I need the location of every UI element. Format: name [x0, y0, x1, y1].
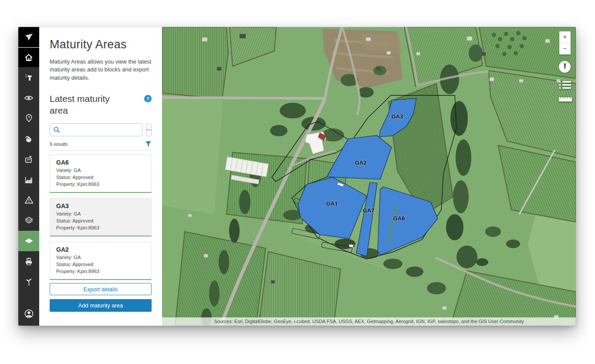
account-icon — [24, 308, 34, 319]
filter-icon[interactable] — [145, 141, 152, 147]
legend-list-icon — [558, 84, 571, 91]
measure-ruler-icon — [558, 96, 572, 104]
section-header: Latest maturity area ? — [50, 93, 152, 116]
layers-map-icon — [24, 216, 34, 226]
sidebar-item-crop[interactable] — [18, 272, 39, 292]
printer-icon — [24, 257, 34, 266]
results-count: 5 results — [50, 142, 68, 147]
sidebar-item-locations[interactable]: ? — [18, 108, 39, 128]
more-options-button[interactable]: ••• — [146, 124, 152, 136]
sidebar-item-alerts[interactable] — [18, 190, 39, 210]
list-item-ga6[interactable]: GA6 Variety: GA Status: Approved Propert… — [50, 155, 152, 193]
sidebar-item-maturity-chart[interactable] — [18, 169, 39, 190]
area-property: Property: Kpin:8963 — [56, 225, 145, 232]
sidebar-item-maturity-areas[interactable] — [18, 231, 39, 251]
zoom-out-button[interactable]: − — [559, 43, 571, 54]
sidebar: ? — [18, 27, 39, 326]
svg-text:?: ? — [27, 115, 30, 119]
area-status: Status: Approved — [56, 261, 145, 268]
map-attribution: Sources: Esri, DigitalGlobe, GeoEye, i-c… — [162, 317, 576, 326]
area-variety: Variety: GA — [56, 211, 145, 218]
page-title: Maturity Areas — [50, 37, 152, 52]
area-label-ga3: GA3 — [392, 113, 403, 120]
eye-icon — [24, 93, 34, 103]
area-name: GA2 — [56, 246, 145, 253]
area-label-ga6: GA6 — [393, 215, 405, 222]
results-row: 5 results — [50, 141, 152, 151]
satellite-imagery: GA3 GA2 GA1 GA7 GA6 — [162, 27, 576, 326]
sidebar-item-spray[interactable] — [18, 67, 39, 88]
area-status: Status: Approved — [56, 218, 145, 225]
logo-icon — [24, 32, 34, 42]
sidebar-item-account[interactable] — [18, 303, 39, 324]
sidebar-item-monitoring[interactable] — [18, 88, 39, 108]
sprout-icon — [24, 277, 34, 286]
sidebar-item-export-print[interactable] — [18, 251, 39, 272]
page-description: Maturity Areas allows you view the lates… — [50, 58, 152, 82]
sidebar-item-blocks[interactable] — [18, 149, 39, 169]
zoom-in-button[interactable]: + — [559, 31, 571, 43]
map-view[interactable]: GA3 GA2 GA1 GA7 GA6 + − — [162, 27, 576, 326]
area-name: GA6 — [56, 159, 145, 166]
compass-control[interactable] — [559, 61, 571, 73]
area-property: Property: Kpin:8963 — [56, 268, 145, 275]
app-logo — [18, 27, 39, 48]
compass-icon — [561, 62, 568, 72]
blocks-flag-icon — [24, 155, 34, 164]
list-item-ga2[interactable]: GA2 Variety: GA Status: Approved Propert… — [50, 242, 152, 280]
maturity-area-icon — [24, 236, 34, 246]
spray-icon — [24, 73, 34, 82]
section-title: Latest maturity area — [50, 93, 128, 116]
help-icon[interactable]: ? — [144, 95, 152, 102]
home-icon — [24, 53, 34, 62]
sidebar-item-home[interactable] — [18, 48, 39, 67]
area-label-ga1: GA1 — [326, 200, 338, 207]
area-property: Property: Kpin:8963 — [56, 181, 145, 188]
search-icon — [53, 126, 60, 133]
list-item-ga3[interactable]: GA3 Variety: GA Status: Approved Propert… — [50, 198, 152, 236]
sidebar-item-fruit[interactable] — [18, 128, 39, 149]
zoom-control: + − — [559, 31, 571, 54]
search-row: ••• — [50, 123, 152, 136]
app-window: ? — [18, 27, 576, 326]
sidebar-item-map-layers[interactable] — [18, 210, 39, 231]
maturity-panel: Maturity Areas Maturity Areas allows you… — [39, 27, 162, 326]
measure-control[interactable] — [558, 95, 572, 104]
search-input[interactable] — [62, 127, 139, 133]
results-list: GA6 Variety: GA Status: Approved Propert… — [50, 155, 152, 280]
add-maturity-area-button[interactable]: Add maturity area — [50, 299, 152, 312]
area-variety: Variety: GA — [56, 167, 145, 174]
warning-icon — [24, 195, 34, 205]
area-variety: Variety: GA — [56, 254, 145, 261]
export-details-button[interactable]: Export details — [50, 283, 152, 295]
search-box[interactable] — [50, 123, 142, 136]
area-label-ga7: GA7 — [363, 207, 375, 214]
kiwifruit-icon — [24, 134, 34, 144]
area-label-ga2: GA2 — [355, 159, 367, 166]
legend-control[interactable] — [558, 80, 571, 91]
pin-question-icon: ? — [24, 113, 34, 123]
area-status: Status: Approved — [56, 174, 145, 181]
panel-spacer — [50, 280, 152, 283]
chart-icon — [24, 175, 34, 185]
area-name: GA3 — [56, 202, 145, 209]
